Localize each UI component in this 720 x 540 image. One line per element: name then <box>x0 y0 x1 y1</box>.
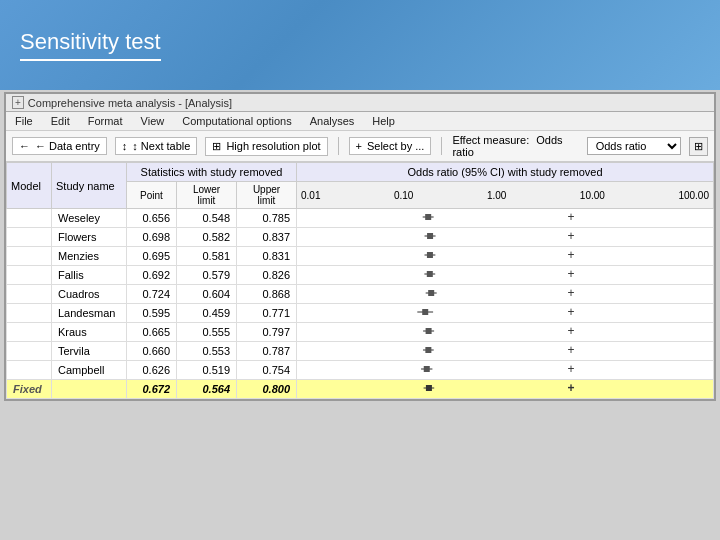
effect-measure-label: Effect measure: Odds ratio <box>452 134 578 158</box>
forest-plot-svg: + <box>301 324 581 338</box>
cell-study-name: Tervila <box>52 342 127 361</box>
cell-upper: 0.785 <box>237 209 297 228</box>
high-res-label: High resolution plot <box>226 140 320 152</box>
cell-forest-plot: + <box>297 266 714 285</box>
cell-upper: 0.797 <box>237 323 297 342</box>
menu-analyses[interactable]: Analyses <box>307 114 358 128</box>
cell-model <box>7 209 52 228</box>
toolbar-sep-2 <box>441 137 442 155</box>
toolbar: ← ← Data entry ↕ ↕ Next table ⊞ High res… <box>6 131 714 162</box>
menu-format[interactable]: Format <box>85 114 126 128</box>
cell-lower: 0.548 <box>177 209 237 228</box>
table-header-row-1: Model Study name Statistics with study r… <box>7 163 714 182</box>
menu-computational[interactable]: Computational options <box>179 114 294 128</box>
table-row: Cuadros0.7240.6040.868+ <box>7 285 714 304</box>
svg-rect-13 <box>428 290 434 296</box>
arrow-left-icon: ← <box>19 140 30 152</box>
toolbar-sep-1 <box>338 137 339 155</box>
table-row: Kraus0.6650.5550.797+ <box>7 323 714 342</box>
svg-text:+: + <box>567 248 574 262</box>
menu-help[interactable]: Help <box>369 114 398 128</box>
cell-point: 0.595 <box>127 304 177 323</box>
analysis-table: Model Study name Statistics with study r… <box>6 162 714 399</box>
cell-upper: 0.826 <box>237 266 297 285</box>
cell-model <box>7 323 52 342</box>
cell-forest-plot: + <box>297 228 714 247</box>
next-table-button[interactable]: ↕ ↕ Next table <box>115 137 198 155</box>
cell-point: 0.695 <box>127 247 177 266</box>
next-table-label: ↕ Next table <box>132 140 190 152</box>
cell-lower: 0.459 <box>177 304 237 323</box>
cell-point: 0.656 <box>127 209 177 228</box>
forest-plot-svg: + <box>301 381 581 395</box>
cell-study-name <box>52 380 127 399</box>
cell-study-name: Weseley <box>52 209 127 228</box>
chart-label-1000: 10.00 <box>580 190 605 201</box>
col-header-stats: Statistics with study removed <box>127 163 297 182</box>
cell-study-name: Landesman <box>52 304 127 323</box>
cell-point: 0.698 <box>127 228 177 247</box>
svg-rect-7 <box>427 252 433 258</box>
col-header-odds: Odds ratio (95% CI) with study removed <box>297 163 714 182</box>
forest-plot-svg: + <box>301 229 581 243</box>
svg-text:+: + <box>567 343 574 357</box>
chart-label-10000: 100.00 <box>678 190 709 201</box>
svg-rect-28 <box>426 385 432 391</box>
cell-study-name: Flowers <box>52 228 127 247</box>
cell-forest-plot: + <box>297 342 714 361</box>
menu-view[interactable]: View <box>138 114 168 128</box>
svg-rect-22 <box>425 347 431 353</box>
grid-view-button[interactable]: ⊞ <box>689 137 708 156</box>
cell-point: 0.660 <box>127 342 177 361</box>
cell-lower: 0.582 <box>177 228 237 247</box>
cell-point: 0.665 <box>127 323 177 342</box>
table-row: Weseley0.6560.5480.785+ <box>7 209 714 228</box>
cell-model <box>7 361 52 380</box>
next-table-icon: ↕ <box>122 140 128 152</box>
cell-study-name: Campbell <box>52 361 127 380</box>
svg-text:+: + <box>567 362 574 376</box>
cell-forest-plot: + <box>297 380 714 399</box>
svg-text:+: + <box>567 229 574 243</box>
effect-measure-dropdown[interactable]: Odds ratio <box>587 137 681 155</box>
col-header-upper: Upper limit <box>237 182 297 209</box>
table-row: Landesman0.5950.4590.771+ <box>7 304 714 323</box>
title-bar-text: Comprehensive meta analysis - [Analysis] <box>28 97 232 109</box>
outer-wrapper: Sensitivity test + Comprehensive meta an… <box>0 0 720 540</box>
cell-lower: 0.519 <box>177 361 237 380</box>
table-row: Flowers0.6980.5820.837+ <box>7 228 714 247</box>
table-row: Campbell0.6260.5190.754+ <box>7 361 714 380</box>
svg-rect-16 <box>422 309 428 315</box>
col-header-lower: Lower limit <box>177 182 237 209</box>
high-res-plot-button[interactable]: ⊞ High resolution plot <box>205 137 327 156</box>
cell-forest-plot: + <box>297 323 714 342</box>
cell-lower: 0.553 <box>177 342 237 361</box>
select-by-label: Select by ... <box>367 140 424 152</box>
col-header-chart: 0.01 0.10 1.00 10.00 100.00 <box>297 182 714 209</box>
menu-file[interactable]: File <box>12 114 36 128</box>
cell-upper: 0.868 <box>237 285 297 304</box>
svg-rect-19 <box>426 328 432 334</box>
data-entry-button[interactable]: ← ← Data entry <box>12 137 107 155</box>
cell-forest-plot: + <box>297 285 714 304</box>
svg-text:+: + <box>567 381 574 395</box>
cell-study-name: Cuadros <box>52 285 127 304</box>
cell-lower: 0.604 <box>177 285 237 304</box>
cell-upper: 0.800 <box>237 380 297 399</box>
select-by-button[interactable]: + Select by ... <box>349 137 432 155</box>
cell-point: 0.626 <box>127 361 177 380</box>
forest-plot-svg: + <box>301 362 581 376</box>
col-header-study: Study name <box>52 163 127 209</box>
app-icon: + <box>12 96 24 109</box>
cell-forest-plot: + <box>297 209 714 228</box>
menu-edit[interactable]: Edit <box>48 114 73 128</box>
forest-plot-svg: + <box>301 343 581 357</box>
cell-lower: 0.579 <box>177 266 237 285</box>
blue-header: Sensitivity test <box>0 0 720 90</box>
chart-label-010: 0.10 <box>394 190 413 201</box>
svg-rect-25 <box>424 366 430 372</box>
cell-upper: 0.754 <box>237 361 297 380</box>
cell-upper: 0.771 <box>237 304 297 323</box>
cell-upper: 0.837 <box>237 228 297 247</box>
cell-lower: 0.581 <box>177 247 237 266</box>
